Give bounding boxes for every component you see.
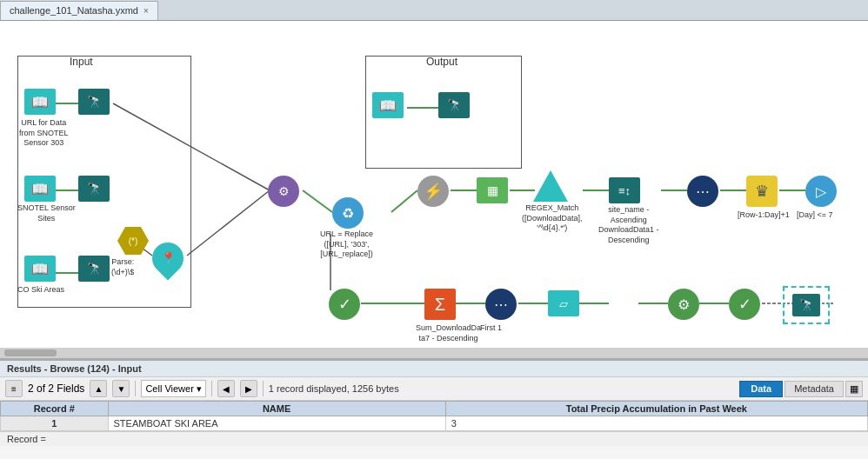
check-node-1[interactable]: ✓ bbox=[329, 289, 360, 320]
book2-label: SNOTEL SensorSites bbox=[17, 203, 76, 223]
fields-icon-btn[interactable]: ≡ bbox=[5, 380, 23, 397]
scroll-thumb[interactable] bbox=[4, 349, 57, 356]
sort-label: site_name -AscendingDownloadData1 -Desce… bbox=[598, 205, 659, 246]
cell-name: STEAMBOAT SKI AREA bbox=[108, 416, 445, 431]
view-button[interactable]: ▦ bbox=[845, 381, 863, 397]
parse-label: Parse:(\d+)\$ bbox=[111, 257, 134, 277]
fields-label: 2 of 2 Fields bbox=[28, 382, 84, 395]
results-table: Record # NAME Total Precip Accumulation … bbox=[0, 401, 868, 431]
results-panel: Results - Browse (124) - Input ≡ 2 of 2 … bbox=[0, 360, 868, 459]
svg-line-4 bbox=[187, 190, 270, 256]
col-header-total: Total Precip Accumulation in Past Week bbox=[445, 402, 867, 416]
cell-viewer-label: Cell Viewer bbox=[145, 383, 193, 394]
book-icon-2: 📖 bbox=[24, 176, 56, 202]
browse-final[interactable]: 🔭 bbox=[783, 286, 830, 324]
book-node-1[interactable]: 📖 bbox=[24, 89, 56, 115]
sigma-label: Sum_DownloadData7 - Descending bbox=[416, 323, 481, 343]
cell-viewer-chevron: ▾ bbox=[197, 383, 202, 395]
dots2-label: First 1 bbox=[480, 323, 502, 334]
browse-node-2[interactable]: 🔭 bbox=[78, 176, 110, 202]
formula-node[interactable]: ⚙ bbox=[268, 176, 299, 207]
nav-next-btn[interactable]: ▶ bbox=[240, 380, 257, 397]
sort-node[interactable]: ≡↕ bbox=[609, 177, 640, 203]
col-header-name: NAME bbox=[108, 402, 445, 416]
book3-label: CO Ski Areas bbox=[17, 285, 64, 296]
record-label: Record = bbox=[7, 434, 46, 444]
tube-node[interactable]: ⏥ bbox=[548, 290, 579, 316]
results-header: Results - Browse (124) - Input bbox=[0, 361, 868, 377]
cell-record: 1 bbox=[1, 416, 109, 431]
browse-output[interactable]: 🔭 bbox=[438, 92, 470, 118]
browse-icon-3: 🔭 bbox=[78, 256, 110, 282]
dots-node-2[interactable]: ⋯ bbox=[485, 289, 517, 320]
tab-bar: challenge_101_Natasha.yxmd × bbox=[0, 0, 868, 21]
check-icon-2: ✓ bbox=[729, 289, 760, 320]
sep-2 bbox=[211, 381, 212, 396]
browse-icon-final: 🔭 bbox=[792, 294, 820, 316]
replace-node[interactable]: ♻ bbox=[332, 197, 364, 229]
crown-icon: ♛ bbox=[746, 176, 778, 207]
dots-icon-1: ⋯ bbox=[687, 176, 718, 207]
book-icon-3: 📖 bbox=[24, 256, 56, 282]
browse-icon-2: 🔭 bbox=[78, 176, 110, 202]
tab-close[interactable]: × bbox=[144, 6, 149, 16]
book-output[interactable]: 📖 bbox=[372, 92, 404, 118]
table-node-1[interactable]: ▦ bbox=[477, 177, 508, 203]
book-node-2[interactable]: 📖 bbox=[24, 176, 56, 202]
dots-node-1[interactable]: ⋯ bbox=[687, 176, 718, 207]
sort-desc-btn[interactable]: ▼ bbox=[112, 380, 130, 397]
tab-label: challenge_101_Natasha.yxmd bbox=[10, 5, 138, 16]
col-header-record: Record # bbox=[1, 402, 109, 416]
table-row: 1 STEAMBOAT SKI AREA 3 bbox=[1, 416, 868, 431]
crown-node[interactable]: ♛ bbox=[746, 176, 778, 207]
sigma-icon: Σ bbox=[424, 289, 456, 320]
cell-viewer-dropdown[interactable]: Cell Viewer ▾ bbox=[141, 380, 205, 397]
location-node[interactable]: 📍 bbox=[152, 243, 184, 274]
metadata-button[interactable]: Metadata bbox=[785, 381, 844, 397]
svg-line-7 bbox=[391, 190, 417, 212]
replace-icon: ♻ bbox=[332, 197, 364, 229]
sep-3 bbox=[263, 381, 264, 396]
toolbar-right: Data Metadata ▦ bbox=[739, 381, 863, 397]
parse-node[interactable]: (*) bbox=[117, 227, 149, 255]
results-table-container: Record # NAME Total Precip Accumulation … bbox=[0, 401, 868, 431]
book-icon-1: 📖 bbox=[24, 89, 56, 115]
browse-icon-1: 🔭 bbox=[78, 89, 110, 115]
gear-node[interactable]: ⚙ bbox=[668, 289, 699, 320]
regex-icon bbox=[533, 170, 568, 202]
filter-node[interactable]: ▷ bbox=[805, 176, 837, 207]
sort-asc-btn[interactable]: ▲ bbox=[90, 380, 107, 397]
lightning-node[interactable]: ⚡ bbox=[417, 176, 449, 207]
regex-node[interactable] bbox=[533, 170, 568, 202]
browse-final-icon: 🔭 bbox=[783, 286, 830, 324]
sort-icon: ≡↕ bbox=[609, 177, 640, 203]
main-tab[interactable]: challenge_101_Natasha.yxmd × bbox=[0, 1, 158, 20]
book1-label: URL for Datafrom SNOTELSensor 303 bbox=[19, 118, 69, 149]
table-icon-1: ▦ bbox=[477, 177, 508, 203]
book-node-3[interactable]: 📖 bbox=[24, 256, 56, 282]
data-button[interactable]: Data bbox=[739, 381, 783, 397]
gear-icon: ⚙ bbox=[668, 289, 699, 320]
status-bar: Record = bbox=[0, 431, 868, 446]
browse-output-icon: 🔭 bbox=[438, 92, 470, 118]
svg-line-6 bbox=[303, 190, 332, 212]
canvas-scrollbar[interactable] bbox=[0, 348, 868, 358]
nav-prev-btn[interactable]: ◀ bbox=[217, 380, 235, 397]
lightning-icon: ⚡ bbox=[417, 176, 449, 207]
browse-node-1[interactable]: 🔭 bbox=[78, 89, 110, 115]
check-node-2[interactable]: ✓ bbox=[729, 289, 760, 320]
crown-label: [Row-1:Day]+1 bbox=[738, 210, 790, 221]
replace-label: URL = Replace([URL], '303',[URL_replace]… bbox=[320, 230, 373, 260]
book-output-icon: 📖 bbox=[372, 92, 404, 118]
parse-icon: (*) bbox=[117, 227, 149, 255]
tube-icon: ⏥ bbox=[548, 290, 579, 316]
sep-1 bbox=[135, 381, 136, 396]
check-icon-1: ✓ bbox=[329, 289, 360, 320]
svg-line-5 bbox=[113, 103, 270, 190]
record-info: 1 record displayed, 1256 bytes bbox=[269, 383, 399, 394]
formula-icon: ⚙ bbox=[268, 176, 299, 207]
filter-icon: ▷ bbox=[805, 176, 837, 207]
browse-node-3[interactable]: 🔭 bbox=[78, 256, 110, 282]
sigma-node[interactable]: Σ bbox=[424, 289, 456, 320]
canvas-area[interactable]: Input Output bbox=[0, 21, 868, 360]
